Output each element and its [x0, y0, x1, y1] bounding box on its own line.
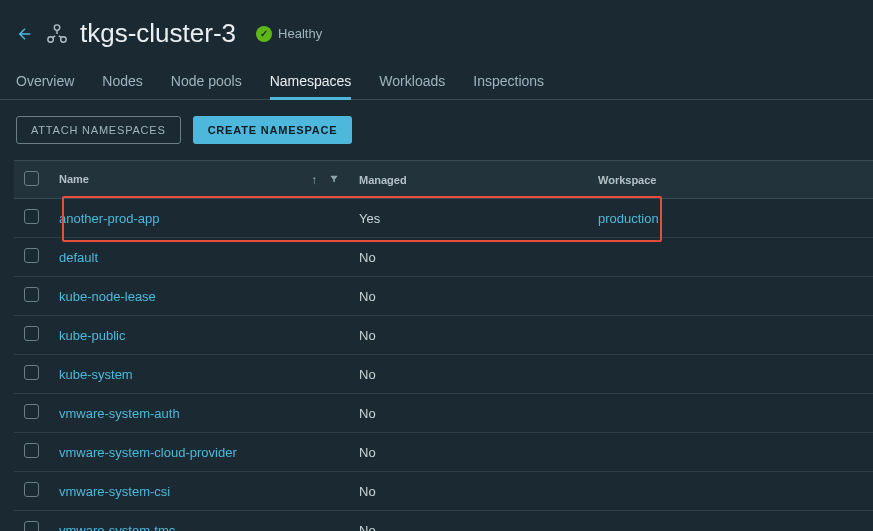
namespace-link[interactable]: vmware-system-tmc	[59, 523, 175, 532]
table-row: vmware-system-tmcNo	[14, 511, 873, 532]
row-managed-cell: No	[349, 472, 588, 511]
row-name-cell: vmware-system-tmc	[49, 511, 349, 532]
table-row: kube-node-leaseNo	[14, 277, 873, 316]
column-header-managed[interactable]: Managed	[349, 161, 588, 199]
column-name-label: Name	[59, 173, 89, 185]
row-name-cell: vmware-system-cloud-provider	[49, 433, 349, 472]
row-checkbox-cell	[14, 316, 49, 355]
action-bar: ATTACH NAMESPACES CREATE NAMESPACE	[0, 100, 873, 160]
row-workspace-cell	[588, 316, 873, 355]
table-row: kube-publicNo	[14, 316, 873, 355]
column-header-workspace[interactable]: Workspace	[588, 161, 873, 199]
managed-value: No	[359, 406, 376, 421]
back-arrow-icon[interactable]	[16, 25, 34, 43]
column-header-name[interactable]: Name ↑	[49, 161, 349, 199]
managed-value: No	[359, 523, 376, 532]
cluster-title: tkgs-cluster-3	[80, 18, 236, 49]
namespace-link[interactable]: another-prod-app	[59, 211, 159, 226]
namespace-link[interactable]: kube-node-lease	[59, 289, 156, 304]
managed-value: No	[359, 367, 376, 382]
row-checkbox-cell	[14, 238, 49, 277]
table-row: vmware-system-csiNo	[14, 472, 873, 511]
namespace-link[interactable]: kube-public	[59, 328, 126, 343]
status-text: Healthy	[278, 26, 322, 41]
managed-value: No	[359, 445, 376, 460]
table-row: vmware-system-cloud-providerNo	[14, 433, 873, 472]
cluster-icon	[46, 23, 68, 45]
managed-value: No	[359, 484, 376, 499]
column-workspace-label: Workspace	[598, 174, 657, 186]
namespace-link[interactable]: kube-system	[59, 367, 133, 382]
row-workspace-cell: production	[588, 199, 873, 238]
row-name-cell: kube-public	[49, 316, 349, 355]
row-name-cell: another-prod-app	[49, 199, 349, 238]
row-name-cell: kube-system	[49, 355, 349, 394]
status-check-icon	[256, 26, 272, 42]
select-all-checkbox[interactable]	[24, 171, 39, 186]
namespaces-table: Name ↑ Managed Workspace another-prod-ap…	[14, 160, 873, 531]
row-workspace-cell	[588, 238, 873, 277]
namespace-link[interactable]: default	[59, 250, 98, 265]
table-row: kube-systemNo	[14, 355, 873, 394]
row-checkbox-cell	[14, 433, 49, 472]
row-name-cell: vmware-system-auth	[49, 394, 349, 433]
row-name-cell: vmware-system-csi	[49, 472, 349, 511]
sort-asc-icon[interactable]: ↑	[311, 173, 317, 187]
row-checkbox[interactable]	[24, 287, 39, 302]
row-checkbox[interactable]	[24, 209, 39, 224]
row-workspace-cell	[588, 472, 873, 511]
row-checkbox-cell	[14, 511, 49, 532]
namespace-link[interactable]: vmware-system-cloud-provider	[59, 445, 237, 460]
table-row: vmware-system-authNo	[14, 394, 873, 433]
row-managed-cell: No	[349, 316, 588, 355]
page-header: tkgs-cluster-3 Healthy	[0, 0, 873, 67]
row-name-cell: kube-node-lease	[49, 277, 349, 316]
create-namespace-button[interactable]: CREATE NAMESPACE	[193, 116, 353, 144]
row-checkbox-cell	[14, 355, 49, 394]
managed-value: No	[359, 328, 376, 343]
row-checkbox[interactable]	[24, 521, 39, 531]
row-checkbox[interactable]	[24, 365, 39, 380]
row-checkbox[interactable]	[24, 326, 39, 341]
row-checkbox[interactable]	[24, 443, 39, 458]
row-managed-cell: No	[349, 433, 588, 472]
row-name-cell: default	[49, 238, 349, 277]
row-workspace-cell	[588, 511, 873, 532]
tab-namespaces[interactable]: Namespaces	[270, 67, 352, 100]
tab-inspections[interactable]: Inspections	[473, 67, 544, 100]
row-checkbox-cell	[14, 277, 49, 316]
row-checkbox[interactable]	[24, 248, 39, 263]
status-badge: Healthy	[256, 26, 322, 42]
table-row: defaultNo	[14, 238, 873, 277]
tab-node-pools[interactable]: Node pools	[171, 67, 242, 100]
workspace-link[interactable]: production	[598, 211, 659, 226]
tab-nodes[interactable]: Nodes	[102, 67, 142, 100]
row-managed-cell: No	[349, 238, 588, 277]
row-workspace-cell	[588, 277, 873, 316]
tab-workloads[interactable]: Workloads	[379, 67, 445, 100]
row-checkbox-cell	[14, 394, 49, 433]
tabs: OverviewNodesNode poolsNamespacesWorkloa…	[0, 67, 873, 100]
row-managed-cell: No	[349, 355, 588, 394]
column-header-checkbox	[14, 161, 49, 199]
column-managed-label: Managed	[359, 174, 407, 186]
managed-value: Yes	[359, 211, 380, 226]
namespace-link[interactable]: vmware-system-csi	[59, 484, 170, 499]
row-managed-cell: Yes	[349, 199, 588, 238]
row-managed-cell: No	[349, 277, 588, 316]
table-row: another-prod-appYesproduction	[14, 199, 873, 238]
managed-value: No	[359, 250, 376, 265]
row-checkbox[interactable]	[24, 404, 39, 419]
filter-icon[interactable]	[329, 173, 339, 187]
row-managed-cell: No	[349, 394, 588, 433]
attach-namespaces-button[interactable]: ATTACH NAMESPACES	[16, 116, 181, 144]
row-checkbox-cell	[14, 472, 49, 511]
row-workspace-cell	[588, 394, 873, 433]
tab-overview[interactable]: Overview	[16, 67, 74, 100]
namespace-link[interactable]: vmware-system-auth	[59, 406, 180, 421]
row-checkbox-cell	[14, 199, 49, 238]
row-workspace-cell	[588, 355, 873, 394]
row-checkbox[interactable]	[24, 482, 39, 497]
managed-value: No	[359, 289, 376, 304]
svg-point-0	[54, 24, 60, 30]
